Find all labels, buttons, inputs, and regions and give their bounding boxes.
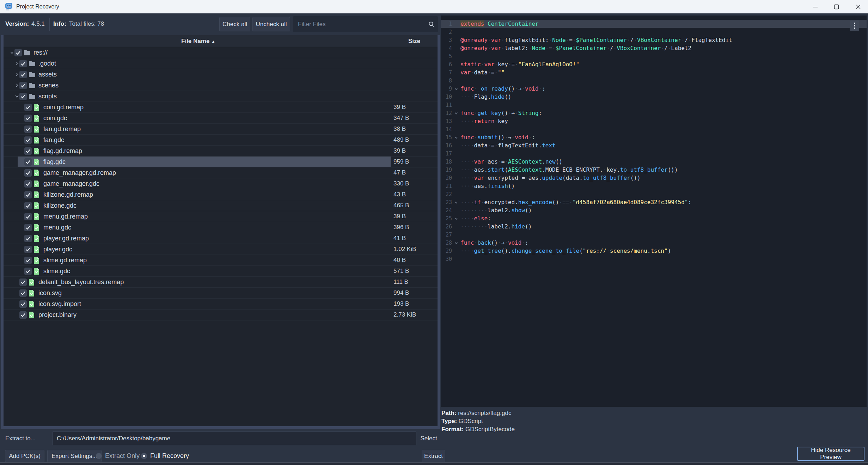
checkbox-checked-icon[interactable] (24, 158, 32, 166)
code-line[interactable]: 10····Flag.hide() (441, 93, 867, 101)
chevron-right-icon[interactable] (14, 72, 19, 77)
checkbox-checked-icon[interactable] (24, 202, 32, 209)
code-line[interactable]: 29····get_tree().change_scene_to_file("r… (441, 247, 867, 255)
tree-row[interactable]: game_manager.gdc330 B (4, 178, 438, 189)
checkbox-checked-icon[interactable] (24, 213, 32, 220)
code-line[interactable]: 6static·var·key·=·"FanAglFanAglOoO!" (441, 60, 867, 68)
extract-button[interactable]: Extract (422, 450, 445, 462)
code-line[interactable]: 5 (441, 52, 867, 60)
filter-files-input[interactable]: Filter Files (293, 16, 438, 32)
tree-row[interactable]: slime.gdc571 B (4, 266, 438, 277)
chevron-down-icon[interactable] (14, 94, 19, 98)
tree-row[interactable]: menu.gd.remap39 B (4, 211, 438, 222)
tree-row[interactable]: game_manager.gd.remap47 B (4, 167, 438, 178)
checkbox-checked-icon[interactable] (19, 311, 27, 319)
fold-arrow-icon[interactable] (452, 136, 460, 139)
tree-row[interactable]: player.gd.remap41 B (4, 233, 438, 244)
code-line[interactable]: 2 (441, 28, 867, 36)
tree-row[interactable]: .godot (4, 58, 438, 69)
code-line[interactable]: 18····var·aes·=·AESContext.new() (441, 158, 867, 166)
checkbox-checked-icon[interactable] (14, 49, 22, 56)
checkbox-checked-icon[interactable] (19, 93, 27, 100)
checkbox-checked-icon[interactable] (19, 71, 27, 78)
extract-path-input[interactable]: C:/Users/Administrator/Desktop/babygame (52, 432, 416, 445)
close-button[interactable] (848, 0, 868, 13)
tree-row[interactable]: fan.gdc489 B (4, 135, 438, 146)
fold-arrow-icon[interactable] (452, 87, 460, 91)
checkbox-checked-icon[interactable] (24, 126, 32, 133)
checkbox-checked-icon[interactable] (24, 224, 32, 231)
code-line[interactable]: 3@onready·var·flagTextEdit:·Node·=·$Pane… (441, 36, 867, 44)
full-recovery-radio[interactable]: Full Recovery (141, 450, 189, 462)
code-line[interactable]: 15func·submit()·→·void·: (441, 133, 867, 141)
code-line[interactable]: 14 (441, 125, 867, 133)
code-line[interactable]: 20····var·encrypted·=·aes.update(data.to… (441, 174, 867, 182)
checkbox-checked-icon[interactable] (24, 257, 32, 264)
code-line[interactable]: 23····if·encrypted.hex_encode()·==·"d458… (441, 198, 867, 206)
tree-row[interactable]: fan.gd.remap38 B (4, 124, 438, 135)
tree-row[interactable]: flag.gd.remap39 B (4, 146, 438, 157)
code-line[interactable]: 25····else: (441, 214, 867, 222)
code-line[interactable]: 9func·_on_ready()·→·void·: (441, 85, 867, 93)
chevron-right-icon[interactable] (14, 83, 19, 87)
checkbox-checked-icon[interactable] (24, 104, 32, 111)
fold-arrow-icon[interactable] (452, 111, 460, 115)
export-settings-button[interactable]: Export Settings... (47, 450, 102, 462)
tree-row[interactable]: scenes (4, 80, 438, 91)
checkbox-checked-icon[interactable] (24, 246, 32, 253)
checkbox-checked-icon[interactable] (24, 147, 32, 155)
file-tree-header[interactable]: File Name ▲ Size (4, 35, 438, 47)
column-size[interactable]: Size (393, 35, 435, 47)
code-line[interactable]: 12func·get_key()·→·String: (441, 109, 867, 117)
checkbox-checked-icon[interactable] (24, 235, 32, 242)
tree-row[interactable]: killzone.gdc465 B (4, 200, 438, 211)
tree-row[interactable]: flag.gdc959 B (4, 157, 438, 167)
code-line[interactable]: 26········label2.hide() (441, 222, 867, 231)
tree-row[interactable]: coin.gd.remap39 B (4, 102, 438, 113)
checkbox-checked-icon[interactable] (19, 279, 27, 286)
code-line[interactable]: 11 (441, 101, 867, 109)
editor-menu-button[interactable] (850, 20, 859, 31)
code-line[interactable]: 19····aes.start(AESContext.MODE_ECB_ENCR… (441, 166, 867, 174)
code-line[interactable]: 7var·data·=·"" (441, 68, 867, 77)
column-file-name[interactable]: File Name ▲ (4, 35, 393, 47)
code-line[interactable]: 28func·back()·→·void·: (441, 239, 867, 247)
chevron-down-icon[interactable] (9, 50, 14, 55)
code-line[interactable]: 4@onready·var·label2:·Node·=·$PanelConta… (441, 44, 867, 52)
code-line[interactable]: 1extends·CenterContainer (441, 20, 867, 28)
code-line[interactable]: 22 (441, 190, 867, 198)
tree-row[interactable]: killzone.gd.remap43 B (4, 189, 438, 200)
tree-row[interactable]: menu.gdc396 B (4, 222, 438, 233)
checkbox-checked-icon[interactable] (24, 115, 32, 122)
fold-arrow-icon[interactable] (452, 241, 460, 245)
checkbox-checked-icon[interactable] (19, 300, 27, 308)
tree-row[interactable]: icon.svg.import193 B (4, 299, 438, 310)
select-button[interactable]: Select (418, 432, 440, 445)
maximize-button[interactable] (828, 0, 845, 13)
tree-row[interactable]: coin.gdc347 B (4, 113, 438, 124)
check-all-button[interactable]: Check all (219, 17, 250, 31)
tree-row[interactable]: assets (4, 69, 438, 80)
tree-row[interactable]: icon.svg994 B (4, 288, 438, 299)
checkbox-checked-icon[interactable] (24, 191, 32, 198)
code-line[interactable]: 17 (441, 149, 867, 158)
code-line[interactable]: 27 (441, 231, 867, 239)
tree-row[interactable]: player.gdc1.02 KiB (4, 244, 438, 255)
code-line[interactable]: 8 (441, 77, 867, 85)
minimize-button[interactable] (807, 0, 824, 13)
chevron-right-icon[interactable] (14, 61, 19, 66)
checkbox-checked-icon[interactable] (24, 268, 32, 275)
checkbox-checked-icon[interactable] (19, 82, 27, 89)
code-line[interactable]: 30 (441, 255, 867, 263)
tree-row[interactable]: default_bus_layout.tres.remap111 B (4, 277, 438, 288)
code-line[interactable]: 21····aes.finish() (441, 182, 867, 190)
code-line[interactable]: 24········label2.show() (441, 206, 867, 214)
checkbox-checked-icon[interactable] (24, 136, 32, 144)
add-pck-button[interactable]: Add PCK(s) (5, 450, 44, 462)
checkbox-checked-icon[interactable] (19, 289, 27, 297)
code-line[interactable]: 13····return·key (441, 117, 867, 125)
tree-row[interactable]: res:// (4, 47, 438, 58)
checkbox-checked-icon[interactable] (19, 60, 27, 67)
fold-arrow-icon[interactable] (452, 201, 460, 204)
extract-only-radio[interactable]: Extract Only (96, 450, 140, 462)
